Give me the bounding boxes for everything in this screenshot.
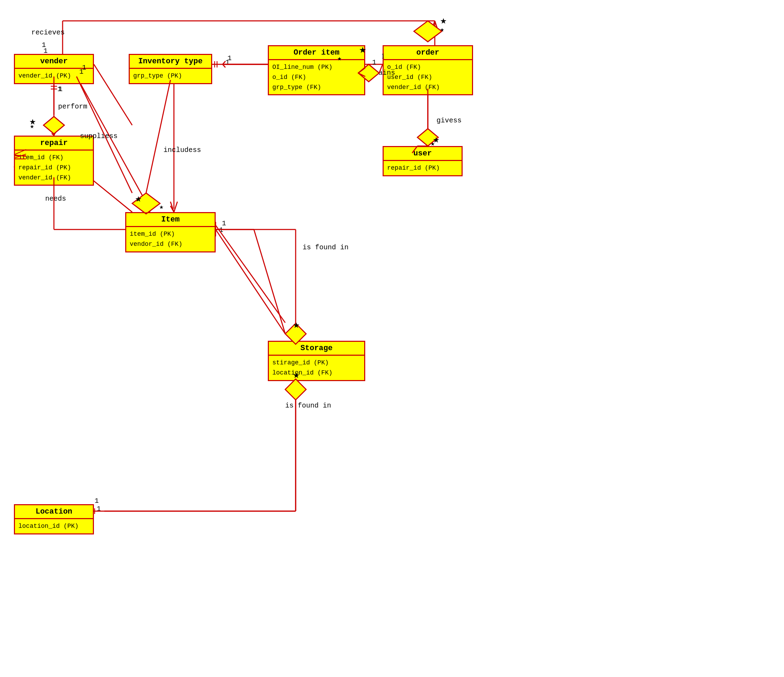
svg-line-11 bbox=[149, 202, 154, 212]
label-needs: needs bbox=[45, 195, 66, 203]
attr-order-user-id-fk: user_id (FK) bbox=[387, 72, 468, 82]
entity-inventory-type-title: Inventory type bbox=[130, 55, 211, 69]
entity-order: order o_id (FK) user_id (FK) vender_id (… bbox=[383, 45, 473, 95]
card-storage-bottom-star: ★ bbox=[291, 384, 295, 393]
attr-location-id-pk: location_id (PK) bbox=[19, 521, 89, 531]
svg-line-34 bbox=[296, 330, 300, 341]
label-givess: givess bbox=[437, 116, 462, 124]
attr-vendor-id-fk: vendor_id (FK) bbox=[130, 239, 211, 249]
entity-location-body: location_id (PK) bbox=[15, 519, 93, 533]
entity-storage-body: stirage_id (PK) location_id (FK) bbox=[269, 356, 364, 380]
card-perform-star: ★ bbox=[30, 122, 34, 130]
entity-user-title: user bbox=[384, 147, 462, 161]
entity-vender-title: vender bbox=[15, 55, 93, 69]
entity-order-item-title: Order item bbox=[269, 46, 364, 60]
label-perform: perform bbox=[58, 102, 87, 110]
card-inv-item-star: ★ bbox=[159, 202, 163, 211]
entity-repair: repair item_id (FK) repair_id (PK) vende… bbox=[14, 136, 94, 186]
svg-line-39 bbox=[296, 385, 300, 390]
entity-order-item: Order item OI_line_num (PK) o_id (FK) gr… bbox=[268, 45, 365, 95]
card-inv-orderitem-1: 1 bbox=[226, 58, 230, 67]
attr-vender-id-fk: vender_id (FK) bbox=[19, 173, 89, 183]
card-perform-1: 1 bbox=[58, 85, 62, 93]
entity-repair-body: item_id (FK) repair_id (PK) vender_id (F… bbox=[15, 151, 93, 185]
attr-item-id-pk: item_id (PK) bbox=[130, 229, 211, 239]
entity-storage-title: Storage bbox=[269, 342, 364, 356]
attr-o-id-fk: o_id (FK) bbox=[272, 72, 361, 82]
attr-repair-id-pk: repair_id (PK) bbox=[19, 163, 89, 173]
entity-location-title: Location bbox=[15, 505, 93, 519]
label-recieves: recieves bbox=[31, 28, 65, 37]
card-vender-1: 1 bbox=[79, 68, 84, 76]
entity-storage: Storage stirage_id (PK) location_id (FK) bbox=[268, 341, 365, 381]
entity-user: user repair_id (PK) bbox=[383, 146, 463, 176]
entity-item-body: item_id (PK) vendor_id (FK) bbox=[126, 227, 215, 252]
entity-user-body: repair_id (PK) bbox=[384, 161, 462, 175]
card-order-contains-1: 1 bbox=[372, 58, 376, 67]
entity-item-title: Item bbox=[126, 213, 215, 227]
card-location-1: 1 bbox=[97, 505, 101, 513]
label-is-found-in-bottom: is found in bbox=[285, 402, 331, 410]
attr-grp-type-fk: grp_type (FK) bbox=[272, 82, 361, 93]
attr-vender-id: vender_id (PK) bbox=[19, 71, 89, 81]
entity-item: Item item_id (PK) vendor_id (FK) bbox=[125, 212, 216, 252]
card-recieves-order-star: ★ bbox=[440, 25, 444, 34]
attr-order-vender-id-fk: vender_id (FK) bbox=[387, 82, 468, 93]
label-suppliess: suppliess bbox=[80, 132, 118, 140]
attr-grp-type-pk: grp_type (PK) bbox=[133, 71, 208, 81]
entity-inventory-type-body: grp_type (PK) bbox=[130, 69, 211, 83]
entity-inventory-type: Inventory type grp_type (PK) bbox=[129, 54, 212, 84]
entity-order-body: o_id (FK) user_id (FK) vender_id (FK) bbox=[384, 60, 472, 94]
card-storage-star: ★ bbox=[291, 332, 295, 341]
entity-location: Location location_id (PK) bbox=[14, 504, 94, 534]
attr-location-id-fk: location_id (FK) bbox=[272, 368, 361, 378]
card-item-1: 1 bbox=[219, 226, 223, 234]
label-includess: includess bbox=[163, 146, 201, 154]
attr-stirage-id-pk: stirage_id (PK) bbox=[272, 358, 361, 368]
attr-order-o-id-fk: o_id (FK) bbox=[387, 62, 468, 72]
attr-oi-line-num-pk: OI_line_num (PK) bbox=[272, 62, 361, 72]
entity-order-title: order bbox=[384, 46, 472, 60]
entity-order-item-body: OI_line_num (PK) o_id (FK) grp_type (FK) bbox=[269, 60, 364, 94]
card-recieves-vender: 1 bbox=[44, 47, 48, 55]
label-contains: contains bbox=[362, 69, 395, 77]
label-is-found-in-top: is found in bbox=[303, 244, 348, 252]
card-givess-star: ★ bbox=[431, 139, 435, 148]
attr-user-repair-id-pk: repair_id (PK) bbox=[387, 163, 458, 173]
er-diagram bbox=[0, 0, 784, 677]
attr-item-id-fk: item_id (FK) bbox=[19, 153, 89, 163]
card-orderitem-order-star: ★ bbox=[338, 54, 342, 62]
